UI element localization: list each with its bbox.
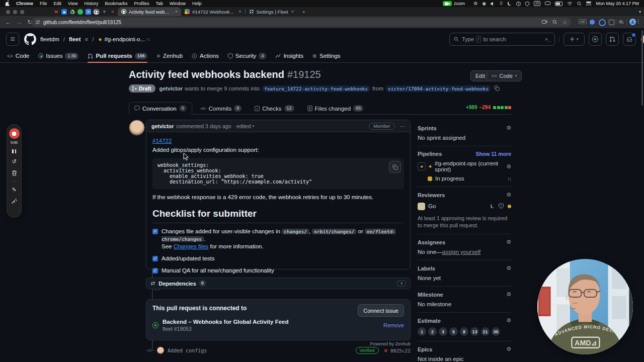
tab-conversation[interactable]: Conversation0 <box>129 102 192 115</box>
zoom-page-icon[interactable] <box>552 20 557 25</box>
nav-tab-issues[interactable]: Issues1.6k <box>38 49 78 62</box>
menubar-clock[interactable]: Mon May 20 4:17 PM <box>596 1 639 6</box>
draw-pencil-icon[interactable]: ✎ <box>12 187 16 193</box>
estimate-pill[interactable]: 2 <box>428 327 437 336</box>
new-tab-button[interactable]: + <box>297 7 310 16</box>
traffic-lights[interactable] <box>6 7 27 16</box>
grid-icon[interactable]: ⠿ <box>500 1 503 6</box>
tab-search-chevron-icon[interactable]: ▾ <box>636 7 644 16</box>
nav-tab-security[interactable]: Security4 <box>228 49 267 62</box>
pinned-tab-calendar-icon[interactable]: ▣ <box>61 9 67 15</box>
pipeline-workspace[interactable]: #g-endpoint-ops (current sprint) <box>435 160 506 172</box>
estimate-pill[interactable]: 1 <box>418 327 426 336</box>
menu-tab[interactable]: Tab <box>155 1 163 6</box>
extension-square-icon[interactable] <box>609 20 614 25</box>
nav-tab-pull-requests[interactable]: Pull requests106 <box>88 49 147 62</box>
checkbox-checked[interactable]: ✓ <box>152 229 158 234</box>
verified-badge[interactable]: Verified <box>356 347 379 354</box>
send-to-device-icon[interactable] <box>542 20 547 25</box>
webcam-overlay[interactable]: ADVANCED MICRO DEVICES, IN AMD⊿ <box>537 259 633 354</box>
calendar-badge-icon[interactable]: 20 <box>534 1 541 6</box>
head-branch[interactable]: victor/17094-activity-feed-webhooks <box>386 85 491 92</box>
github-logo[interactable] <box>24 33 36 45</box>
nav-tab-actions[interactable]: Actions <box>192 49 219 62</box>
wifi-icon[interactable] <box>567 2 573 6</box>
pinned-tab-x-icon[interactable]: ✕ <box>110 9 115 15</box>
pinned-tab-gmail-icon[interactable]: M <box>53 9 59 15</box>
menu-profiles[interactable]: Profiles <box>134 1 149 6</box>
check-failed-icon[interactable]: ✕ <box>384 348 388 353</box>
pinned-tab-green-icon[interactable] <box>77 9 83 15</box>
dependencies-expand-chevron-icon[interactable]: ▾ <box>397 281 406 287</box>
settings-gear-icon[interactable]: ⚙ <box>473 1 477 6</box>
workspace-selector[interactable]: #g-endpoint-o... <box>104 36 145 42</box>
delete-recording-icon[interactable] <box>12 170 17 176</box>
clock-icon[interactable] <box>516 2 521 6</box>
nav-tab-insights[interactable]: Insights <box>275 49 303 62</box>
gear-icon[interactable]: ⚙ <box>506 317 511 324</box>
command-palette-icon[interactable]: >_ <box>545 37 550 42</box>
base-branch[interactable]: feature_14722-activity-feed-webhooks <box>262 85 370 92</box>
gear-icon[interactable]: ⚙ <box>506 239 511 245</box>
checkbox-checked[interactable]: ✓ <box>152 268 158 274</box>
browser-tab-active[interactable]: Activity feed webhooks back × <box>118 7 181 16</box>
gear-icon[interactable]: ⚙ <box>506 265 511 272</box>
status-dot-icon[interactable]: ◉ <box>482 1 486 6</box>
global-search-input[interactable]: Type / to search >_ <box>449 33 555 46</box>
show-more-pipelines-link[interactable]: Show 11 more <box>475 151 511 157</box>
stop-recording-button[interactable] <box>9 128 20 139</box>
extension-gif-icon[interactable]: GIF <box>579 19 587 24</box>
extension-target-icon[interactable] <box>599 19 606 26</box>
reviewer-team-name[interactable]: Go <box>428 203 491 209</box>
browser-tab-3[interactable]: Settings | Fleet × <box>246 7 297 16</box>
tab-close-icon[interactable]: × <box>238 9 241 14</box>
estimate-pill[interactable]: 13 <box>470 327 479 336</box>
copy-branch-icon[interactable] <box>494 85 500 92</box>
menu-file[interactable]: File <box>40 1 47 6</box>
nav-tab-code[interactable]: <>Code <box>7 49 29 62</box>
menubar-app-name[interactable]: Chrome <box>16 1 33 6</box>
team-avatar[interactable] <box>418 203 425 210</box>
restart-recording-icon[interactable]: ↺ <box>12 158 16 165</box>
connected-issue-title[interactable]: Backend – Webhooks for Global Activity F… <box>163 319 383 325</box>
nav-tab-settings[interactable]: ⚙Settings <box>312 49 341 62</box>
gear-icon[interactable]: ⚙ <box>506 291 511 298</box>
moon-icon[interactable] <box>508 2 512 6</box>
battery-icon[interactable] <box>555 2 562 6</box>
nav-tab-zenhub[interactable]: ✳Zenhub <box>156 49 183 62</box>
extension-blue-icon[interactable] <box>590 20 595 25</box>
tab-checks[interactable]: Checks12 <box>250 103 299 114</box>
commit-author-avatar[interactable] <box>157 347 164 354</box>
pull-requests-dashboard-button[interactable] <box>606 33 619 46</box>
comment-author-avatar[interactable] <box>129 120 145 136</box>
profile-avatar[interactable] <box>629 19 636 25</box>
tab-files-changed[interactable]: Files changed65 <box>302 103 369 114</box>
pipeline-stage[interactable]: In progress <box>435 175 507 182</box>
assign-yourself-link[interactable]: assign yourself <box>442 249 481 255</box>
menu-bookmarks[interactable]: Bookmarks <box>105 1 127 6</box>
comment-author[interactable]: getvictor <box>151 123 174 129</box>
create-new-button[interactable]: + ▾ <box>564 33 585 46</box>
connect-issue-button[interactable]: Connect issue <box>358 304 404 317</box>
hamburger-menu-button[interactable]: ≡ <box>6 33 19 46</box>
back-button[interactable]: ← <box>5 19 11 26</box>
re-request-icon[interactable] <box>491 204 495 208</box>
estimate-pill[interactable]: 21 <box>481 327 490 336</box>
zoom-camera-icon[interactable] <box>443 1 452 6</box>
inbox-button[interactable] <box>623 33 636 46</box>
code-button[interactable]: <> Code ▾ <box>487 70 522 81</box>
estimate-pill[interactable]: 8 <box>460 327 468 336</box>
pinned-tab-drive-icon[interactable] <box>69 9 75 15</box>
scrollbar-thumb[interactable] <box>641 30 643 106</box>
estimate-pill[interactable]: 3 <box>439 327 447 336</box>
pinned-tab-github-icon[interactable] <box>94 9 99 15</box>
control-center-icon[interactable] <box>586 2 591 6</box>
copy-code-button[interactable] <box>389 161 401 173</box>
zoom-menubar-label[interactable]: zoom <box>454 1 465 6</box>
menu-edit[interactable]: Edit <box>54 1 62 6</box>
pause-button[interactable] <box>12 149 16 153</box>
menu-help[interactable]: Help <box>192 1 202 6</box>
estimate-pill[interactable]: 5 <box>449 327 458 336</box>
shield-icon[interactable] <box>525 2 529 6</box>
checkbox-checked[interactable]: ✓ <box>152 256 158 261</box>
